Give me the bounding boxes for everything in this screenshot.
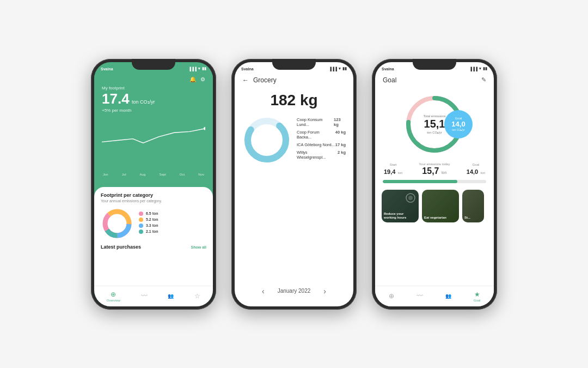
trends-icon: 〰: [141, 292, 148, 300]
category-item-1: 6.5 ton: [139, 212, 206, 216]
suggestion-card-2[interactable]: Eat vegetarian: [422, 190, 459, 222]
app-name-2: Svalna: [241, 67, 254, 71]
nav-trends[interactable]: 〰: [141, 292, 148, 300]
store-value-4: 2 kg: [338, 150, 346, 160]
today-value: 15,7: [422, 166, 439, 176]
suggestion-text-3: St...: [464, 216, 470, 220]
footprint-unit: ton CO₂/yr: [132, 99, 155, 105]
gauge-center: Total emissions 15,1 ton CO₂/yr: [423, 114, 445, 134]
bottom-nav-1: ⊕ Overview 〰 👥 ☆: [94, 286, 213, 306]
app-name-1: Svalna: [101, 67, 113, 71]
chart-area: Jun Jul Aug Sept Oct Nov: [94, 118, 213, 187]
bottom-nav-3: ⊕ 〰 👥 ★ Goal: [375, 286, 494, 306]
notch: [132, 59, 175, 70]
bell-icon[interactable]: 🔔: [189, 76, 196, 82]
nav-star[interactable]: ☆: [194, 292, 200, 300]
chart-labels: Jun Jul Aug Sept Oct Nov: [102, 173, 205, 176]
settings-icon[interactable]: ⚙: [200, 76, 205, 82]
svg-point-10: [408, 196, 413, 200]
notch-2: [272, 59, 316, 70]
grocery-amount: 182 kg: [235, 87, 353, 112]
store-name-4: Willys Wieselgrenspl...: [297, 150, 338, 160]
grocery-item-3: ICA Göteborg Nord... 17 kg: [297, 142, 346, 147]
nav-goal-label: Goal: [474, 299, 481, 302]
grocery-title: Grocery: [253, 76, 277, 84]
store-name-1: Coop Konsum Lund...: [297, 117, 334, 127]
goal-bubble: Goal 14,0 ton CO₂/yr: [444, 110, 473, 138]
month-nav: ‹ January 2022 ›: [235, 281, 353, 301]
prev-month-button[interactable]: ‹: [262, 287, 265, 295]
today-unit: ton: [442, 171, 447, 174]
footprint-value-row: 17.4 ton CO₂/yr: [102, 92, 205, 106]
start-unit: ton: [398, 171, 402, 174]
phone2-header: ← Grocery: [235, 74, 353, 87]
arc-section: Coop Konsum Lund... 123 kg Coop Forum Ba…: [235, 112, 353, 168]
category-item-2: 5.2 ton: [139, 218, 206, 222]
emissions-label: Total emissions: [423, 114, 445, 118]
grocery-item-2: Coop Forum Backa... 40 kg: [297, 130, 346, 140]
category-value-1: 6.5 ton: [146, 212, 158, 215]
chart-month-4: Sept: [159, 173, 166, 176]
community-icon-3: 👥: [445, 293, 451, 299]
category-title: Footprint per category: [101, 192, 206, 198]
nav-community-3[interactable]: 👥: [445, 293, 451, 299]
purchases-label: Latest purchases: [101, 244, 141, 250]
next-month-button[interactable]: ›: [323, 287, 326, 295]
back-button[interactable]: ←: [242, 76, 249, 84]
svg-point-0: [204, 126, 205, 130]
category-value-4: 2.1 ton: [146, 230, 158, 233]
footprint-categories: 6.5 ton 5.2 ton 3.3 ton 2.1 ton: [101, 207, 206, 240]
line-chart: [102, 122, 205, 149]
nav-trends-3[interactable]: 〰: [416, 292, 423, 300]
chart-month-3: Aug: [140, 173, 146, 176]
grocery-amount-value: 182 kg: [270, 92, 317, 108]
donut-chart: [101, 207, 133, 240]
category-dot-2: [139, 218, 143, 222]
suggestion-card-3[interactable]: St...: [462, 190, 484, 222]
phone3-header: Goal ✎: [375, 74, 494, 86]
category-item-4: 2.1 ton: [139, 230, 206, 234]
footprint-trend: +5% per month: [102, 108, 205, 113]
stat-goal-end: Goal 14,0 ton: [467, 163, 485, 176]
chart-month-5: Oct: [180, 173, 185, 176]
stats-row: Start 19,4 ton Your emissions today 15,7…: [375, 160, 494, 178]
chart-month-2: Jul: [122, 173, 126, 176]
goal-page-title: Goal: [383, 76, 396, 84]
start-value: 19,4: [384, 168, 395, 175]
grocery-item-4: Willys Wieselgrenspl... 2 kg: [297, 150, 346, 160]
grocery-list: Coop Konsum Lund... 123 kg Coop Forum Ba…: [297, 117, 346, 162]
show-all-link[interactable]: Show all: [191, 245, 206, 249]
store-name-3: ICA Göteborg Nord...: [297, 142, 335, 147]
community-icon: 👥: [168, 293, 174, 299]
stat-start: Start 19,4 ton: [384, 163, 402, 176]
store-value-3: 17 kg: [335, 142, 346, 147]
footprint-label: My footprint: [102, 86, 205, 91]
arc-chart: [242, 116, 291, 165]
phone-overview: Svalna ▐▐▐ ▾ ▮▮ 🔔 ⚙ My footprint 17.4 to…: [91, 59, 216, 310]
emissions-value: 15,1: [423, 118, 445, 130]
nav-goal-3[interactable]: ★ Goal: [474, 291, 481, 302]
category-item-3: 3.3 ton: [139, 224, 206, 228]
gauge-section: Total emissions 15,1 ton CO₂/yr Goal 14,…: [375, 86, 494, 160]
goal-bubble-value: 14,0: [451, 120, 465, 128]
goal-bubble-unit: ton CO₂/yr: [452, 128, 464, 131]
star-icon: ☆: [194, 292, 200, 300]
chart-month-6: Nov: [198, 173, 204, 176]
progress-bar-bg: [383, 180, 486, 183]
store-name-2: Coop Forum Backa...: [297, 130, 335, 140]
suggestion-card-1[interactable]: Reduce yourworking hours: [382, 190, 419, 222]
category-dot-4: [139, 230, 143, 234]
suggestion-text-2: Eat vegetarian: [424, 216, 446, 220]
footprint-value: 17.4: [102, 91, 130, 107]
edit-button[interactable]: ✎: [481, 76, 486, 83]
trends-icon-3: 〰: [416, 292, 423, 300]
suggestion-text-1: Reduce yourworking hours: [384, 212, 406, 220]
store-value-2: 40 kg: [335, 130, 346, 140]
goal-end-unit: ton: [481, 171, 485, 174]
store-value-1: 123 kg: [334, 117, 346, 127]
nav-overview-3[interactable]: ⊕: [389, 292, 394, 300]
app-name-3: Svalna: [382, 67, 394, 71]
nav-community[interactable]: 👥: [168, 293, 174, 299]
nav-overview-label: Overview: [107, 299, 120, 302]
nav-overview[interactable]: ⊕ Overview: [107, 291, 120, 302]
